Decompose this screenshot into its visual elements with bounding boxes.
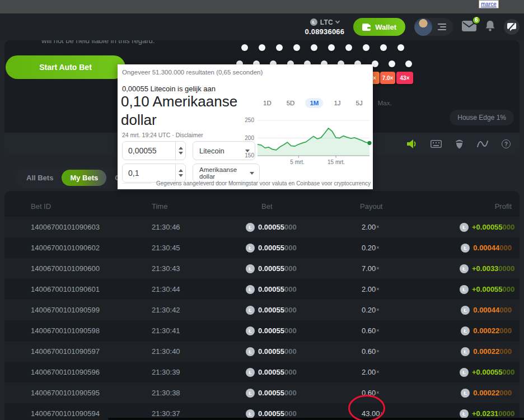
col-bet: Bet bbox=[241, 202, 353, 211]
live-stats-button[interactable] bbox=[477, 140, 488, 148]
table-row[interactable]: 1400670010109060221:30:45Ł0.000550000.20… bbox=[4, 237, 520, 258]
hotkeys-button[interactable] bbox=[431, 140, 442, 148]
help-icon: ? bbox=[502, 139, 511, 148]
range-tab-1m[interactable]: 1M bbox=[305, 98, 323, 108]
ltc-coin-icon: Ł bbox=[246, 347, 255, 356]
to-currency-select[interactable]: Amerikaanse dollar bbox=[193, 164, 260, 183]
tab-all-bets[interactable]: All Bets bbox=[18, 170, 62, 186]
plinko-peg bbox=[363, 44, 369, 51]
bet-amount: Ł0.00055000 bbox=[241, 264, 353, 273]
conversion-row-from: Litecoin bbox=[122, 141, 255, 160]
bet-amount: Ł0.00055000 bbox=[241, 409, 353, 418]
plinko-peg bbox=[405, 60, 412, 67]
bet-time: 21:30:46 bbox=[152, 223, 241, 231]
currency-selector[interactable]: Ł LTC 0.08936066 bbox=[305, 18, 345, 36]
bet-amount: Ł0.00055000 bbox=[241, 347, 353, 356]
chart-svg bbox=[258, 120, 369, 159]
range-tab-5j[interactable]: 5J bbox=[352, 98, 367, 108]
bet-id: 14006700101090600 bbox=[31, 264, 152, 273]
ltc-coin-icon: Ł bbox=[461, 326, 470, 335]
ltc-coin-icon: Ł bbox=[246, 306, 255, 315]
table-row[interactable]: 1400670010109060321:30:46Ł0.000550002.00… bbox=[4, 217, 520, 237]
wallet-icon bbox=[362, 24, 371, 31]
from-amount-stepper[interactable] bbox=[175, 142, 185, 160]
plinko-peg bbox=[311, 44, 317, 51]
plinko-peg bbox=[345, 44, 352, 51]
from-amount-input[interactable] bbox=[123, 142, 175, 160]
bet-profit: Ł0.00044000 bbox=[460, 306, 512, 315]
col-profit: Profit bbox=[460, 202, 512, 211]
liability-text: will not be held liable in this regard. bbox=[41, 40, 155, 45]
messages-badge: 6 bbox=[472, 16, 481, 25]
bet-time: 21:30:45 bbox=[152, 244, 241, 252]
plinko-peg bbox=[397, 44, 404, 51]
ltc-coin-icon: Ł bbox=[246, 389, 255, 398]
messages-button[interactable]: 6 bbox=[462, 21, 476, 34]
bet-id: 14006700101090595 bbox=[31, 389, 152, 397]
bet-profit: Ł0.00044000 bbox=[460, 244, 512, 253]
user-menu[interactable] bbox=[414, 18, 453, 36]
bet-payout: 7.00× bbox=[353, 264, 460, 273]
currency-code: LTC bbox=[320, 18, 333, 26]
bet-profit: Ł0.00022000 bbox=[460, 326, 512, 335]
keyboard-icon bbox=[431, 140, 442, 148]
bet-id: 14006700101090597 bbox=[31, 347, 152, 356]
ltc-coin-icon: Ł bbox=[461, 347, 470, 356]
table-header: Bet ID Time Bet Payout Profit bbox=[4, 191, 520, 217]
bet-id: 14006700101090596 bbox=[31, 368, 152, 376]
bet-profit: Ł+0.02310000 bbox=[460, 409, 514, 418]
fairness-acorn-icon bbox=[455, 139, 464, 149]
plinko-peg bbox=[328, 44, 335, 51]
results-count-line: Ongeveer 51.300.000 resultaten (0,65 sec… bbox=[122, 69, 263, 76]
house-edge-badge: House Edge 1% bbox=[450, 110, 514, 125]
bet-amount: Ł0.00055000 bbox=[241, 244, 353, 253]
bet-id: 14006700101090602 bbox=[31, 244, 152, 252]
plinko-peg bbox=[241, 44, 248, 51]
bet-amount: Ł0.00055000 bbox=[241, 285, 353, 294]
bets-table-body: 1400670010109060321:30:46Ł0.000550002.00… bbox=[4, 217, 520, 420]
bet-time: 21:30:37 bbox=[152, 409, 241, 418]
bet-profit: Ł+0.00055000 bbox=[460, 223, 514, 232]
to-amount-stepper[interactable] bbox=[175, 164, 185, 182]
range-tab-5d[interactable]: 5D bbox=[282, 98, 300, 108]
ltc-coin-icon: Ł bbox=[460, 223, 469, 232]
range-tab-max[interactable]: Max. bbox=[373, 98, 396, 108]
range-tab-1j[interactable]: 1J bbox=[329, 98, 345, 108]
wallet-button[interactable]: Wallet bbox=[353, 18, 405, 36]
ltc-coin-icon: Ł bbox=[246, 285, 255, 294]
fairness-button[interactable] bbox=[455, 139, 464, 149]
live-stats-icon bbox=[477, 140, 488, 148]
bet-id: 14006700101090598 bbox=[31, 326, 152, 335]
table-row[interactable]: 1400670010109059621:30:39Ł0.000550002.00… bbox=[4, 362, 520, 382]
table-row[interactable]: 1400670010109059821:30:41Ł0.000550000.60… bbox=[4, 320, 520, 341]
bet-payout: 0.60× bbox=[353, 326, 460, 335]
table-row[interactable]: 1400670010109060021:30:43Ł0.000550007.00… bbox=[4, 258, 520, 279]
help-button[interactable]: ? bbox=[502, 139, 511, 148]
volume-icon bbox=[407, 139, 417, 148]
ltc-coin-icon: Ł bbox=[246, 264, 255, 273]
from-currency-value: Litecoin bbox=[199, 147, 224, 155]
bet-time: 21:30:38 bbox=[152, 389, 241, 397]
ltc-coin-icon: Ł bbox=[460, 409, 469, 418]
bet-payout: 2.00× bbox=[353, 285, 460, 293]
col-time: Time bbox=[152, 202, 241, 211]
range-tab-1d[interactable]: 1D bbox=[259, 98, 276, 108]
bet-payout: 0.60× bbox=[353, 347, 460, 356]
table-row[interactable]: 1400670010109059521:30:38Ł0.000550000.60… bbox=[4, 382, 520, 403]
volume-button[interactable] bbox=[407, 139, 417, 148]
notifications-button[interactable] bbox=[485, 21, 495, 34]
start-auto-bet-button[interactable]: Start Auto Bet bbox=[6, 55, 125, 79]
tab-my-bets[interactable]: My Bets bbox=[62, 170, 106, 186]
chat-toggle-button[interactable] bbox=[504, 19, 520, 35]
disclaimer-link[interactable]: Disclaimer bbox=[176, 132, 203, 138]
table-row[interactable]: 1400670010109059721:30:40Ł0.000550000.60… bbox=[4, 341, 520, 362]
table-row[interactable]: 1400670010109059921:30:42Ł0.000550000.20… bbox=[4, 300, 520, 320]
table-row[interactable]: 1400670010109060121:30:44Ł0.000550002.00… bbox=[4, 279, 520, 300]
window-title-bar: marce bbox=[0, 0, 524, 13]
bet-payout: 0.20× bbox=[353, 244, 460, 252]
to-amount-input[interactable] bbox=[123, 164, 175, 182]
plinko-peg bbox=[293, 44, 300, 51]
bet-payout: 2.00× bbox=[353, 223, 460, 231]
chart-y-tick: 200 bbox=[237, 135, 254, 141]
bet-amount: Ł0.00055000 bbox=[241, 223, 353, 232]
